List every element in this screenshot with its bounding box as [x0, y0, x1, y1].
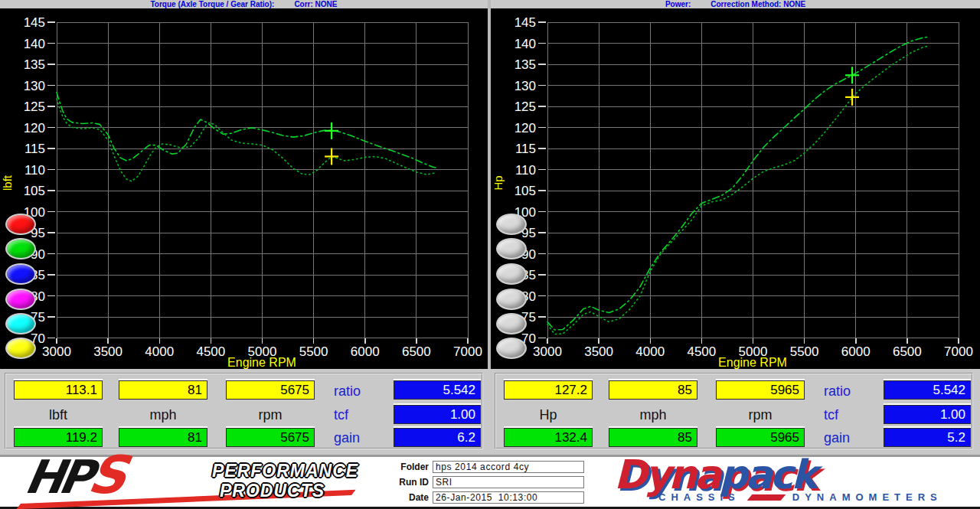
channel-button-gray-5[interactable]: [496, 313, 527, 334]
svg-text:5500: 5500: [790, 344, 819, 359]
channel-button-yellow[interactable]: [5, 338, 36, 359]
torque-run-reference-curve: [57, 99, 437, 181]
tcf-label: tcf: [334, 407, 348, 423]
torque-correction-label: Corr: NONE: [294, 0, 337, 8]
channel-button-magenta[interactable]: [5, 289, 36, 310]
svg-text:115: 115: [24, 142, 45, 156]
channel-button-cyan[interactable]: [5, 313, 36, 334]
speed-unit-label: mph: [119, 407, 207, 423]
speed-cursor-value: 85: [609, 380, 697, 400]
svg-text:135: 135: [24, 57, 45, 72]
cursor-green[interactable]: [845, 67, 859, 83]
svg-text:125: 125: [514, 100, 536, 114]
svg-text:3000: 3000: [42, 344, 71, 359]
cursor-yellow[interactable]: [325, 148, 338, 165]
dynapack-wordmark: Dynapack: [614, 455, 959, 494]
power-chart-header: Power: Correction Method: NONE: [491, 0, 980, 8]
power-cursor-value: 127.2: [504, 380, 593, 400]
svg-text:6000: 6000: [351, 344, 380, 359]
svg-text:4000: 4000: [145, 344, 174, 359]
torque-run-current-curve: [57, 93, 437, 168]
svg-text:4500: 4500: [687, 344, 716, 359]
svg-text:4500: 4500: [196, 344, 225, 359]
hps-tagline: PERFORMANCE PRODUCTS: [212, 461, 358, 501]
gain-label: gain: [334, 430, 360, 446]
svg-text:3000: 3000: [533, 344, 562, 359]
svg-text:125: 125: [24, 100, 45, 114]
svg-text:140: 140: [24, 37, 45, 51]
folder-input[interactable]: [433, 461, 584, 473]
svg-text:7000: 7000: [453, 344, 482, 359]
svg-text:5500: 5500: [299, 344, 328, 359]
ratio-label: ratio: [334, 383, 361, 400]
date-label: Date: [387, 492, 433, 503]
rpm-cursor-value: 5675: [226, 380, 315, 400]
torque-readout-box: 113.1 81 5675 lbft mph rpm 119.2 81 5675…: [5, 373, 483, 449]
channel-button-red[interactable]: [5, 214, 36, 235]
power-chart-title: Power:: [665, 0, 691, 8]
power-plot-area[interactable]: 1451401351301251201151101051009590858075…: [491, 8, 980, 369]
cursor-green[interactable]: [325, 122, 338, 139]
power-run-current-curve: [547, 37, 928, 330]
hps-tagline-line2: PRODUCTS: [212, 481, 358, 501]
channel-button-green[interactable]: [5, 238, 36, 259]
channel-button-gray-4[interactable]: [496, 289, 527, 310]
power-cursor-value-2: 132.4: [504, 428, 593, 447]
svg-text:130: 130: [24, 79, 45, 93]
rpm-cursor-value-2: 5965: [716, 428, 805, 447]
svg-text:105: 105: [514, 184, 536, 198]
dynapack-logo: Dynapack CHASSIS DYNAMOMETERS: [614, 455, 959, 503]
svg-text:4000: 4000: [635, 344, 665, 359]
svg-text:110: 110: [515, 163, 536, 178]
ratio-label: ratio: [824, 383, 851, 400]
torque-cursor-value: 113.1: [14, 380, 103, 400]
run-id-input[interactable]: [433, 476, 584, 488]
dynapack-dyna-text: Dyna: [614, 452, 719, 498]
hps-tagline-line1: PERFORMANCE: [212, 461, 358, 481]
svg-text:145: 145: [514, 15, 536, 30]
ratio-value: 5.542: [394, 380, 481, 400]
rpm-cursor-value-2: 5675: [226, 428, 315, 447]
torque-chart-title: Torque (Axle Torque / Gear Ratio):: [151, 0, 275, 8]
folder-label: Folder: [387, 462, 433, 472]
axis-tick-labels: 1451401351301251201151101051009590858075…: [24, 15, 482, 359]
power-readout-box: 127.2 85 5965 Hp mph rpm 132.4 85 5965 r…: [495, 373, 973, 449]
rpm-unit-label: rpm: [716, 407, 805, 423]
channel-button-blue[interactable]: [5, 263, 36, 285]
svg-text:7000: 7000: [944, 344, 973, 359]
svg-text:130: 130: [514, 79, 536, 93]
gain-value: 5.2: [884, 428, 971, 447]
rpm-cursor-value: 5965: [716, 380, 805, 400]
torque-chart-header: Torque (Axle Torque / Gear Ratio): Corr:…: [0, 0, 488, 8]
dynapack-red-dash: [746, 494, 786, 501]
svg-text:120: 120: [24, 121, 45, 135]
rpm-unit-label: rpm: [226, 407, 315, 423]
torque-unit-label: lbft: [14, 407, 103, 423]
folder-row: Folder: [387, 461, 584, 473]
svg-text:135: 135: [514, 57, 536, 72]
cursor-yellow[interactable]: [845, 89, 859, 106]
torque-plot-area[interactable]: 1451401351301251201151101051009590858075…: [0, 8, 488, 369]
hps-hp-text: HP: [21, 450, 94, 504]
tcf-value: 1.00: [394, 405, 481, 424]
channel-button-gray-2[interactable]: [496, 238, 527, 259]
run-id-label: Run ID: [387, 477, 433, 488]
svg-text:6000: 6000: [841, 344, 871, 359]
hps-logo-letters: HPS: [21, 452, 130, 501]
torque-chart-panel: Torque (Axle Torque / Gear Ratio): Corr:…: [0, 0, 488, 369]
svg-text:145: 145: [24, 15, 45, 30]
channel-button-gray-6[interactable]: [496, 338, 527, 359]
torque-cursor-value-2: 119.2: [14, 428, 103, 447]
axis-tick-labels: 1451401351301251201151101051009590858075…: [514, 15, 973, 359]
hps-logo: HPS PERFORMANCE PRODUCTS: [17, 458, 369, 505]
x-axis-label: Engine RPM: [227, 356, 296, 369]
channel-button-gray-3[interactable]: [496, 263, 527, 285]
svg-text:120: 120: [514, 121, 536, 135]
readout-strip: 113.1 81 5675 lbft mph rpm 119.2 81 5675…: [0, 369, 980, 455]
date-row: Date: [387, 491, 584, 504]
gain-value: 6.2: [394, 428, 481, 447]
lbft-chart-svg: 1451401351301251201151101051009590858075…: [0, 8, 488, 369]
date-input[interactable]: [433, 491, 584, 504]
svg-text:6500: 6500: [893, 344, 922, 359]
channel-button-gray-1[interactable]: [496, 214, 527, 235]
